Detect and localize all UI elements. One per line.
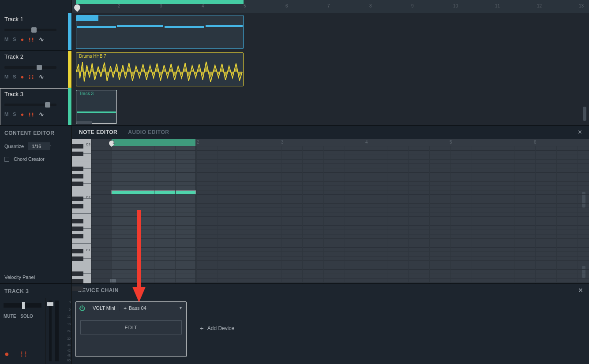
ruler-tick: 11 bbox=[495, 4, 500, 8]
ruler-tick: 5 bbox=[244, 4, 246, 8]
grid-tick: 3 bbox=[281, 140, 284, 145]
arrangement-timeline[interactable]: 1 2 3 4 5 6 7 8 9 10 11 12 13 bbox=[72, 0, 589, 125]
track-header-3[interactable]: Track 3 M S ● ⫶⫶ ∿ bbox=[0, 88, 71, 126]
fx-icon[interactable]: ⫶⫶ bbox=[28, 111, 34, 118]
velocity-panel-label[interactable]: Velocity Panel bbox=[4, 275, 35, 280]
content-editor-title: CONTENT EDITOR bbox=[4, 130, 67, 136]
vertical-scrollbar[interactable] bbox=[582, 266, 585, 278]
add-device-button[interactable]: + Add Device bbox=[200, 324, 234, 332]
note-clip-region bbox=[112, 146, 195, 283]
piano-c-label: C2 bbox=[86, 195, 90, 199]
power-icon[interactable]: ⏻ bbox=[76, 302, 88, 314]
preset-nav-icon[interactable]: ◂▸ bbox=[124, 306, 126, 310]
note-grid[interactable]: 1 2 3 4 5 6 bbox=[91, 139, 589, 283]
timeline-ruler[interactable]: 1 2 3 4 5 6 7 8 9 10 11 12 13 bbox=[72, 0, 589, 13]
horizontal-scrollbar[interactable] bbox=[76, 121, 92, 124]
mute-button[interactable]: M bbox=[4, 74, 8, 79]
ruler-tick: 13 bbox=[579, 4, 584, 8]
track-name: Track 1 bbox=[4, 16, 67, 22]
close-icon[interactable]: × bbox=[578, 128, 582, 136]
mute-button[interactable]: M bbox=[4, 37, 8, 42]
track-color-strip bbox=[68, 13, 71, 50]
solo-button[interactable]: S bbox=[13, 37, 16, 42]
ruler-tick: 2 bbox=[118, 4, 120, 8]
device-chain-header: DEVICE CHAIN × bbox=[72, 284, 589, 297]
midi-clip[interactable]: Track 3 bbox=[76, 90, 117, 124]
add-device-label: Add Device bbox=[207, 325, 234, 331]
level-meter bbox=[55, 301, 59, 361]
track-name: Track 3 bbox=[4, 91, 67, 97]
db-scale: 0 6 12 18 24 30 36 42 48 60 bbox=[64, 301, 71, 361]
playhead-icon[interactable] bbox=[73, 3, 82, 12]
solo-button[interactable]: S bbox=[13, 111, 16, 117]
piano-roll-keyboard[interactable]: C3 C2 C1 bbox=[72, 139, 91, 283]
clip-label: Track 3 bbox=[79, 91, 94, 96]
grid-tick: 4 bbox=[365, 140, 368, 145]
ruler-tick: 12 bbox=[537, 4, 542, 8]
track-header-1[interactable]: Track 1 M S ● ⫶⫶ ∿ bbox=[0, 13, 71, 51]
mute-button[interactable]: M bbox=[4, 111, 8, 117]
track-header-panel: Track 1 M S ● ⫶⫶ ∿ Track 2 M S ● ⫶⫶ ∿ bbox=[0, 0, 72, 125]
record-arm-icon[interactable]: ● bbox=[21, 111, 24, 118]
automation-icon[interactable]: ∿ bbox=[39, 73, 44, 80]
track-volume-slider[interactable] bbox=[4, 104, 56, 106]
grid-tick: 1 bbox=[113, 140, 115, 145]
solo-button[interactable]: S bbox=[13, 74, 16, 79]
audio-clip[interactable]: Drums HHB 7 bbox=[76, 52, 244, 86]
content-editor-panel: CONTENT EDITOR Quantize 1/16 ▼ Chord Cre… bbox=[0, 126, 72, 283]
chord-creator-label: Chord Creator bbox=[14, 156, 45, 162]
vertical-scrollbar[interactable] bbox=[583, 107, 586, 121]
fx-icon[interactable]: ⫶⫶ bbox=[20, 349, 28, 359]
midi-clip[interactable] bbox=[76, 15, 244, 49]
clip-label: Drums HHB 7 bbox=[79, 54, 106, 59]
edit-button[interactable]: EDIT bbox=[80, 320, 182, 334]
pan-slider[interactable] bbox=[4, 303, 41, 308]
tab-audio-editor[interactable]: AUDIO EDITOR bbox=[128, 129, 169, 135]
editor-tabs: NOTE EDITOR AUDIO EDITOR × bbox=[72, 126, 589, 139]
ruler-tick: 3 bbox=[160, 4, 162, 8]
plus-icon: + bbox=[200, 324, 204, 332]
device-card[interactable]: ⏻ VOLT Mini ◂▸ Bass 04 ▼ EDIT bbox=[75, 301, 187, 357]
ruler-tick: 7 bbox=[327, 4, 330, 8]
record-arm-icon[interactable]: ● bbox=[21, 74, 24, 80]
ruler-tick: 9 bbox=[411, 4, 414, 8]
automation-icon[interactable]: ∿ bbox=[39, 36, 44, 43]
ruler-tick: 4 bbox=[202, 4, 204, 8]
piano-c-label: C3 bbox=[86, 142, 90, 146]
fx-icon[interactable]: ⫶⫶ bbox=[28, 74, 34, 80]
waveform-icon bbox=[76, 60, 243, 84]
close-icon[interactable]: × bbox=[578, 286, 583, 294]
fx-icon[interactable]: ⫶⫶ bbox=[28, 36, 34, 43]
device-chain-title: DEVICE CHAIN bbox=[78, 287, 119, 293]
record-arm-icon[interactable]: ● bbox=[21, 36, 24, 43]
automation-icon[interactable]: ∿ bbox=[39, 111, 44, 118]
ruler-tick: 8 bbox=[369, 4, 372, 8]
ruler-tick: 6 bbox=[285, 4, 288, 8]
chevron-down-icon: ▼ bbox=[179, 306, 183, 310]
track-mixer-panel: TRACK 3 MUTE SOLO ● ⫶⫶ 0 6 12 bbox=[0, 284, 72, 364]
preset-name: Bass 04 bbox=[129, 305, 146, 311]
quantize-label: Quantize bbox=[4, 144, 24, 149]
track-name: Track 2 bbox=[4, 53, 67, 60]
tab-note-editor[interactable]: NOTE EDITOR bbox=[79, 129, 117, 135]
device-name: VOLT Mini bbox=[88, 305, 120, 311]
chord-creator-checkbox[interactable] bbox=[4, 157, 9, 162]
track-mixer-title: TRACK 3 bbox=[0, 284, 71, 299]
track-volume-slider[interactable] bbox=[4, 29, 56, 31]
piano-c-label: C1 bbox=[86, 248, 90, 252]
note-loop-region[interactable] bbox=[112, 139, 195, 146]
preset-selector[interactable]: ◂▸ Bass 04 ▼ bbox=[120, 305, 186, 311]
grid-tick: 2 bbox=[197, 140, 199, 145]
record-arm-icon[interactable]: ● bbox=[4, 349, 9, 359]
track-volume-slider[interactable] bbox=[4, 66, 56, 69]
ruler-tick: 10 bbox=[453, 4, 458, 8]
grid-tick: 5 bbox=[450, 140, 452, 145]
quantize-select[interactable]: 1/16 bbox=[28, 142, 50, 150]
track-color-strip bbox=[68, 88, 71, 125]
mute-button[interactable]: MUTE bbox=[4, 314, 16, 319]
track-header-2[interactable]: Track 2 M S ● ⫶⫶ ∿ bbox=[0, 51, 71, 88]
grid-tick: 6 bbox=[534, 140, 536, 145]
solo-button[interactable]: SOLO bbox=[20, 314, 33, 319]
volume-fader[interactable] bbox=[49, 301, 52, 361]
track-color-strip bbox=[68, 51, 71, 88]
